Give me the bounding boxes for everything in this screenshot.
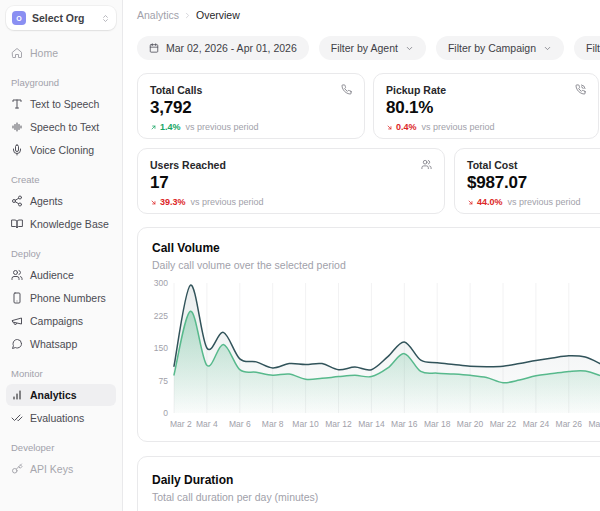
phone-icon (341, 84, 352, 95)
filter-by-call-type[interactable]: Filter by Call Type (574, 36, 600, 60)
sidebar-item-campaigns[interactable]: Campaigns (6, 310, 116, 332)
svg-text:Mar 4: Mar 4 (196, 419, 218, 429)
call-volume-chart: 075150225300Mar 2Mar 4Mar 6Mar 8Mar 10Ma… (152, 277, 600, 435)
sidebar-group-monitor: Monitor (11, 368, 111, 379)
trend-down-icon (467, 199, 474, 206)
stat-title: Users Reached (150, 159, 226, 171)
filter-by-agent[interactable]: Filter by Agent (319, 36, 426, 60)
sidebar-item-audience[interactable]: Audience (6, 264, 116, 286)
stat-change: 1.4% vs previous period (150, 122, 352, 132)
org-avatar: O (12, 11, 26, 25)
stats-row-2: Users Reached 17 39.3% vs previous perio… (137, 148, 600, 214)
breadcrumb-analytics[interactable]: Analytics (137, 9, 179, 21)
agents-icon (11, 195, 23, 207)
svg-text:Mar 6: Mar 6 (229, 419, 251, 429)
svg-text:Mar 10: Mar 10 (292, 419, 319, 429)
stat-title: Total Cost (467, 159, 518, 171)
sidebar-group-developer: Developer (11, 442, 111, 453)
date-range-picker[interactable]: Mar 02, 2026 - Apr 01, 2026 (137, 36, 309, 60)
sidebar: O Select Org Home Playground Text to Spe… (0, 0, 123, 511)
svg-text:Mar 18: Mar 18 (424, 419, 451, 429)
chart-title: Call Volume (152, 241, 600, 255)
text-to-speech-icon (11, 98, 23, 110)
chevron-down-icon (405, 44, 414, 53)
svg-text:75: 75 (159, 376, 169, 386)
stat-card-pickup-rate: Pickup Rate 80.1% 0.4% vs previous perio… (373, 73, 599, 139)
sidebar-item-knowledge-base[interactable]: Knowledge Base (6, 213, 116, 235)
audience-icon (11, 269, 23, 281)
main-content: Analytics Overview Mar 02, 2026 - Apr 01… (123, 0, 600, 511)
calendar-icon (149, 43, 159, 53)
svg-text:Mar 2: Mar 2 (170, 419, 192, 429)
stat-change: 39.3% vs previous period (150, 197, 432, 207)
stat-value: 3,792 (150, 98, 352, 118)
chevrons-up-down-icon (101, 14, 110, 23)
chart-title: Daily Duration (152, 473, 600, 487)
sidebar-item-whatsapp[interactable]: Whatsapp (6, 333, 116, 355)
sidebar-item-text-to-speech[interactable]: Text to Speech (6, 93, 116, 115)
chart-subtitle: Daily call volume over the selected peri… (152, 259, 600, 271)
bar-chart-icon (11, 389, 23, 401)
stat-title: Pickup Rate (386, 84, 446, 96)
trend-up-icon (150, 124, 157, 131)
phone-ringing-icon (575, 84, 586, 95)
sidebar-item-label: Home (30, 47, 58, 59)
call-volume-card: Call Volume Daily call volume over the s… (137, 227, 600, 442)
svg-text:Mar 14: Mar 14 (358, 419, 385, 429)
date-range-value: Mar 02, 2026 - Apr 01, 2026 (166, 42, 297, 54)
sidebar-item-evaluations[interactable]: Evaluations (6, 407, 116, 429)
svg-text:Mar 12: Mar 12 (325, 419, 352, 429)
svg-text:Mar 8: Mar 8 (262, 419, 284, 429)
org-selector-label: Select Org (32, 12, 95, 24)
stat-card-total-cost: Total Cost $987.07 44.0% vs previous per… (454, 148, 600, 214)
sidebar-item-home[interactable]: Home (6, 42, 116, 64)
breadcrumb: Analytics Overview (137, 8, 600, 22)
breadcrumb-overview: Overview (196, 9, 240, 21)
svg-text:225: 225 (154, 311, 168, 321)
filter-bar: Mar 02, 2026 - Apr 01, 2026 Filter by Ag… (137, 36, 600, 60)
sidebar-item-api-keys[interactable]: API Keys (6, 458, 116, 480)
stat-value: 80.1% (386, 98, 586, 118)
smartphone-icon (11, 292, 23, 304)
stats-row-1: Total Calls 3,792 1.4% vs previous perio… (137, 73, 599, 139)
sidebar-group-deploy: Deploy (11, 248, 111, 259)
svg-text:Mar 26: Mar 26 (556, 419, 583, 429)
stat-value: 17 (150, 173, 432, 193)
org-selector[interactable]: O Select Org (6, 6, 116, 30)
chevron-right-icon (183, 11, 192, 20)
speech-to-text-icon (11, 121, 23, 133)
sidebar-item-agents[interactable]: Agents (6, 190, 116, 212)
users-icon (421, 159, 432, 170)
sidebar-item-voice-cloning[interactable]: Voice Cloning (6, 139, 116, 161)
svg-text:150: 150 (154, 343, 168, 353)
megaphone-icon (11, 315, 23, 327)
filter-by-campaign[interactable]: Filter by Campaign (436, 36, 564, 60)
sidebar-item-speech-to-text[interactable]: Speech to Text (6, 116, 116, 138)
trend-down-icon (386, 124, 393, 131)
stat-value: $987.07 (467, 173, 600, 193)
svg-text:Mar 16: Mar 16 (391, 419, 418, 429)
sidebar-nav: Home Playground Text to Speech Speech to… (6, 42, 116, 480)
chart-subtitle: Total call duration per day (minutes) (152, 491, 600, 503)
home-icon (11, 47, 23, 59)
stat-card-total-calls: Total Calls 3,792 1.4% vs previous perio… (137, 73, 365, 139)
chevron-down-icon (543, 44, 552, 53)
svg-text:0: 0 (163, 408, 168, 418)
trend-down-icon (150, 199, 157, 206)
sidebar-item-phone-numbers[interactable]: Phone Numbers (6, 287, 116, 309)
key-icon (11, 463, 23, 475)
sidebar-group-playground: Playground (11, 77, 111, 88)
svg-text:Mar 24: Mar 24 (523, 419, 550, 429)
svg-text:Mar 28: Mar 28 (588, 419, 600, 429)
stat-change: 0.4% vs previous period (386, 122, 586, 132)
svg-text:Mar 22: Mar 22 (490, 419, 517, 429)
sidebar-item-analytics[interactable]: Analytics (6, 384, 116, 406)
svg-text:Mar 20: Mar 20 (457, 419, 484, 429)
check-check-icon (11, 412, 23, 424)
svg-text:300: 300 (154, 278, 168, 288)
stat-change: 44.0% vs previous period (467, 197, 600, 207)
book-icon (11, 218, 23, 230)
daily-duration-card: Daily Duration Total call duration per d… (137, 456, 600, 511)
stat-title: Total Calls (150, 84, 202, 96)
stat-card-users-reached: Users Reached 17 39.3% vs previous perio… (137, 148, 445, 214)
